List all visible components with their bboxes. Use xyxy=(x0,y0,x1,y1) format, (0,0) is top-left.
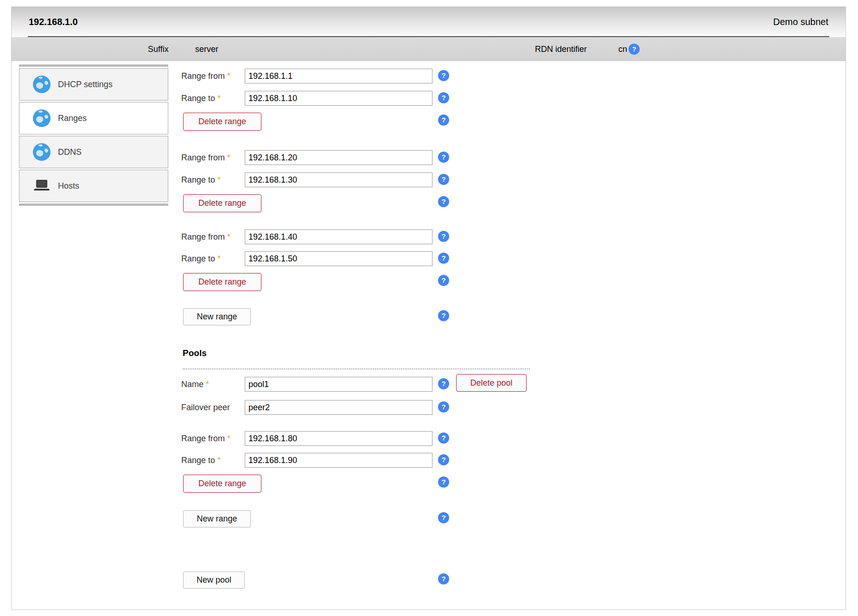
help-icon[interactable]: ? xyxy=(438,174,449,185)
sidebar-item-label: DHCP settings xyxy=(58,80,113,89)
required-marker: * xyxy=(227,232,230,241)
help-icon[interactable]: ? xyxy=(438,275,449,286)
help-icon[interactable]: ? xyxy=(438,476,449,488)
sidebar-item-dhcp-settings[interactable]: DHCP settings xyxy=(19,68,168,101)
delete-range-button[interactable]: Delete range xyxy=(183,273,261,291)
help-icon[interactable]: ? xyxy=(438,401,449,413)
range-from-label: Range from* xyxy=(181,150,230,165)
sidebar-item-ddns[interactable]: DDNS xyxy=(19,136,168,168)
content-box: 192.168.1.0 Demo subnet Suffix server RD… xyxy=(11,6,846,610)
delete-range-button[interactable]: Delete range xyxy=(183,113,261,131)
laptop-icon xyxy=(32,177,51,195)
range-from-input[interactable] xyxy=(245,229,432,244)
help-icon[interactable]: ? xyxy=(438,253,449,264)
help-icon[interactable]: ? xyxy=(438,310,449,321)
required-marker: * xyxy=(217,456,221,465)
sidebar-item-label: Ranges xyxy=(58,114,87,123)
failover-peer-input[interactable] xyxy=(245,400,432,415)
help-icon[interactable]: ? xyxy=(438,196,449,207)
subnet-description: Demo subnet xyxy=(773,17,828,27)
pools-heading: Pools xyxy=(183,348,207,358)
suffix-value: server xyxy=(195,37,218,61)
range-to-input[interactable] xyxy=(245,453,432,468)
sidebar-item-label: DDNS xyxy=(58,147,82,157)
required-marker: * xyxy=(206,380,209,389)
globe-icon xyxy=(32,143,51,161)
range-from-label: Range from* xyxy=(181,229,230,244)
help-icon[interactable]: ? xyxy=(438,70,449,81)
sidebar-top-edge xyxy=(19,64,168,67)
suffix-label: Suffix xyxy=(148,37,169,61)
help-icon[interactable]: ? xyxy=(629,44,640,55)
range-to-label: Range to* xyxy=(181,453,221,468)
range-to-label: Range to* xyxy=(181,251,221,266)
required-marker: * xyxy=(227,71,230,81)
rdn-identifier-label: RDN identifier xyxy=(535,37,587,61)
required-marker: * xyxy=(217,254,221,263)
required-marker: * xyxy=(217,94,221,103)
range-to-label: Range to* xyxy=(181,91,221,106)
delete-pool-button[interactable]: Delete pool xyxy=(456,374,527,392)
delete-range-button[interactable]: Delete range xyxy=(183,194,261,212)
required-marker: * xyxy=(217,175,221,184)
help-icon[interactable]: ? xyxy=(438,454,449,465)
sidebar: DHCP settings Ranges xyxy=(19,64,168,206)
help-icon[interactable]: ? xyxy=(438,432,449,444)
range-to-input[interactable] xyxy=(245,251,432,266)
range-from-input[interactable] xyxy=(245,431,432,446)
new-range-button[interactable]: New range xyxy=(183,308,251,325)
range-from-label: Range from* xyxy=(181,431,230,446)
help-icon[interactable]: ? xyxy=(438,231,449,242)
globe-icon xyxy=(32,109,51,127)
page-title: 192.168.1.0 xyxy=(29,17,78,27)
new-pool-button[interactable]: New pool xyxy=(183,572,245,589)
help-icon[interactable]: ? xyxy=(438,573,449,584)
sidebar-item-label: Hosts xyxy=(58,181,79,191)
rdn-identifier-value: cn xyxy=(618,37,627,61)
required-marker: * xyxy=(227,434,230,443)
pools-divider xyxy=(183,368,530,369)
range-from-input[interactable] xyxy=(245,150,432,165)
failover-peer-label: Failover peer xyxy=(181,400,230,415)
range-to-input[interactable] xyxy=(245,91,432,106)
pool-name-label: Name* xyxy=(181,377,209,392)
range-to-input[interactable] xyxy=(245,172,432,187)
toolbar-row: Suffix server RDN identifier cn ? xyxy=(12,37,845,61)
sidebar-bottom-edge xyxy=(19,203,168,206)
help-icon[interactable]: ? xyxy=(438,114,449,126)
delete-range-button[interactable]: Delete range xyxy=(183,475,261,493)
range-to-label: Range to* xyxy=(181,172,221,187)
help-icon[interactable]: ? xyxy=(438,152,449,163)
title-bar: 192.168.1.0 Demo subnet xyxy=(12,7,845,37)
required-marker: * xyxy=(227,153,230,162)
help-icon[interactable]: ? xyxy=(438,378,449,389)
sidebar-item-hosts[interactable]: Hosts xyxy=(19,170,168,202)
range-from-label: Range from* xyxy=(181,69,230,83)
pool-name-input[interactable] xyxy=(245,377,432,392)
sidebar-item-ranges[interactable]: Ranges xyxy=(19,102,168,134)
help-icon[interactable]: ? xyxy=(438,92,449,103)
globe-icon xyxy=(32,75,51,94)
range-from-input[interactable] xyxy=(245,69,432,83)
new-range-button[interactable]: New range xyxy=(183,510,251,527)
help-icon[interactable]: ? xyxy=(438,512,449,523)
